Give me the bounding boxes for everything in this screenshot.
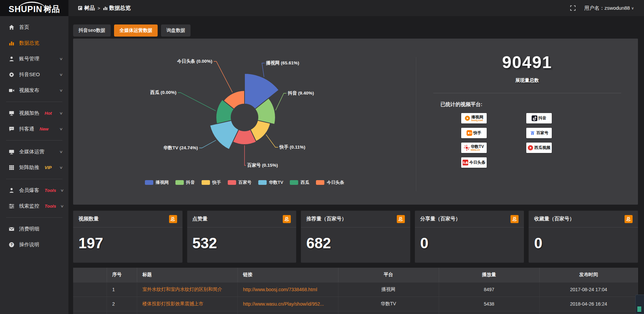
stat-card-1: 视频数量总197 xyxy=(73,211,182,263)
sidebar-item-badge: VIP xyxy=(45,165,52,170)
stat-card-3: 推荐量（百家号）总682 xyxy=(301,211,410,263)
platform-badge-name: 华数TV xyxy=(471,145,484,149)
sidebar-item-6[interactable]: 视频加热Hot∨ xyxy=(0,105,68,121)
legend-item-今日头条[interactable]: 今日头条 xyxy=(316,179,344,186)
sidebar-item-5[interactable]: 视频发布∨ xyxy=(0,83,68,98)
svg-text:?: ? xyxy=(10,243,12,247)
sidebar-item-2[interactable]: 数据总览 xyxy=(0,35,68,51)
sidebar-item-label: 账号管理 xyxy=(19,56,39,62)
legend-item-百家号[interactable]: 百家号 xyxy=(228,179,252,186)
col-time: 发布时间 xyxy=(539,268,638,282)
stat-card-value: 682 xyxy=(301,227,410,252)
overview-panel: 播视网 (65.61%)抖音 (9.40%)快手 (0.11%)百家号 (0.1… xyxy=(73,39,638,205)
person-icon xyxy=(9,188,14,193)
sidebar-item-label: 全媒体运营 xyxy=(19,149,44,155)
breadcrumb-item-home[interactable]: 树品 xyxy=(78,5,95,12)
table-row-partial xyxy=(73,311,638,314)
pie-label: 快手 (0.11%) xyxy=(279,144,305,150)
sidebar-item-label: 矩阵助推 xyxy=(19,164,39,171)
legend-swatch xyxy=(202,180,210,185)
impressions-summary: 90491 展现量总数 已统计的视频平台: 播视网boosj.com快手华数TV… xyxy=(416,39,638,205)
cell-plays: 5438 xyxy=(439,297,539,311)
legend-label: 华数TV xyxy=(269,179,283,186)
legend-item-西瓜[interactable]: 西瓜 xyxy=(290,179,309,186)
legend-swatch xyxy=(316,180,324,185)
sidebar-item-9[interactable]: 矩阵助推VIP∨ xyxy=(0,160,68,175)
stat-cards: 视频数量总197点赞量总532推荐量（百家号）总682分享量（百家号）总0收藏量… xyxy=(73,211,638,263)
video-table: 序号标题链接平台播放量发布时间 1室外水纹灯和室内水纹灯的区别和简介http:/… xyxy=(73,268,638,314)
total-badge: 总 xyxy=(169,215,177,223)
sidebar-item-8[interactable]: 全媒体运营∨ xyxy=(0,144,68,160)
platform-badge-西瓜视频: 西瓜视频 xyxy=(526,143,552,153)
legend-label: 今日头条 xyxy=(327,179,344,186)
video-icon xyxy=(9,88,14,93)
tab-1[interactable]: 抖音seo数据 xyxy=(73,24,111,37)
sidebar-item-label: 视频发布 xyxy=(19,87,39,94)
sidebar-item-badge: New xyxy=(40,126,49,132)
sidebar-item-13[interactable]: ?操作说明 xyxy=(0,237,68,253)
cell-time: 2018-04-26 16:24 xyxy=(539,297,638,311)
floating-widget[interactable] xyxy=(635,295,644,314)
total-badge: 总 xyxy=(397,215,405,223)
sidebar-item-label: 数据总览 xyxy=(19,40,39,46)
breadcrumb: 树品 > 数据总览 xyxy=(78,5,131,12)
platform-badge-sub: wasu.cn xyxy=(471,149,480,151)
cell-link[interactable]: http://www.boosj.com/7338468.html xyxy=(243,287,338,292)
col-title: 标题 xyxy=(137,268,237,282)
cell-title[interactable]: 室外水纹灯和室内水纹灯的区别和简介 xyxy=(137,282,237,297)
summary-divider xyxy=(433,93,621,93)
platform-badge-抖音: 抖音 xyxy=(526,113,552,123)
username-menu[interactable]: 用户名：zswodun88 ∨ xyxy=(584,5,634,11)
legend-item-华数TV[interactable]: 华数TV xyxy=(258,179,283,186)
legend-item-播视网[interactable]: 播视网 xyxy=(145,179,169,186)
legend-label: 抖音 xyxy=(186,179,195,186)
main-content: 抖音seo数据全媒体运营数据询盘数据 播视网 (65.61%)抖音 (9.40%… xyxy=(73,16,638,314)
baijia-logo-icon: 百 xyxy=(530,130,535,136)
chevron-down-icon: ∨ xyxy=(59,111,63,115)
sidebar-item-1[interactable]: 首页 xyxy=(0,19,68,35)
home-icon xyxy=(9,24,14,30)
chevron-down-icon: ∨ xyxy=(60,204,64,208)
wasu-logo-icon xyxy=(464,145,470,151)
sidebar-item-label: 抖客通 xyxy=(19,126,34,132)
barchart-icon xyxy=(9,40,14,46)
logo-arc xyxy=(17,2,46,10)
platform-badge-播视网: 播视网boosj.com xyxy=(461,113,487,123)
sidebar-item-4[interactable]: 抖音SEO∨ xyxy=(0,67,68,83)
sidebar-item-10[interactable]: 会员爆客Tools∨ xyxy=(0,182,68,198)
breadcrumb-item-current[interactable]: 数据总览 xyxy=(103,5,131,12)
sidebar-item-3[interactable]: 账号管理∨ xyxy=(0,51,68,67)
chevron-down-icon: ∨ xyxy=(60,188,64,193)
stat-card-title: 分享量（百家号） xyxy=(420,216,461,222)
sidebar-divider xyxy=(6,140,62,141)
total-badge: 总 xyxy=(625,215,633,223)
legend-label: 快手 xyxy=(212,179,221,186)
sidebar-item-7[interactable]: 抖客通New∨ xyxy=(0,121,68,137)
username-label: 用户名：zswodun88 xyxy=(584,5,630,11)
sidebar-item-11[interactable]: 线索监控Tools∨ xyxy=(0,198,68,214)
pie-slice-华数TV[interactable] xyxy=(210,120,239,150)
cell-link[interactable]: http://www.wasu.cn/Play/show/id/952... xyxy=(243,301,338,307)
sidebar-item-label: 首页 xyxy=(19,24,29,31)
legend-item-快手[interactable]: 快手 xyxy=(202,179,221,186)
stat-card-title: 推荐量（百家号） xyxy=(306,216,346,222)
pie-label: 今日头条 (0.00%) xyxy=(177,59,212,64)
stat-card-2: 点赞量总532 xyxy=(187,211,297,263)
video-table-wrap: 序号标题链接平台播放量发布时间 1室外水纹灯和室内水纹灯的区别和简介http:/… xyxy=(73,268,638,314)
platform-badges: 播视网boosj.com快手华数TVwasu.cn头条今日头条 抖音百百家号西瓜… xyxy=(416,113,638,187)
legend-swatch xyxy=(290,180,298,185)
sidebar-divider xyxy=(6,217,62,218)
platform-badge-name: 今日头条 xyxy=(469,160,485,165)
tab-3[interactable]: 询盘数据 xyxy=(161,24,191,37)
fullscreen-icon[interactable] xyxy=(570,5,576,11)
legend-item-抖音[interactable]: 抖音 xyxy=(175,179,195,186)
stat-card-title: 视频数量 xyxy=(78,216,99,222)
sidebar-item-12[interactable]: 消费明细 xyxy=(0,221,68,237)
tab-2[interactable]: 全媒体运营数据 xyxy=(114,24,158,37)
cell-title[interactable]: 楼体投影灯投影效果震撼上市 xyxy=(137,297,237,311)
pie-label-line xyxy=(245,145,246,165)
sidebar-divider xyxy=(6,179,62,179)
platform-badge-name: 抖音 xyxy=(538,115,546,121)
table-row-1: 1室外水纹灯和室内水纹灯的区别和简介http://www.boosj.com/7… xyxy=(73,282,638,297)
chevron-down-icon: ∨ xyxy=(59,72,63,77)
